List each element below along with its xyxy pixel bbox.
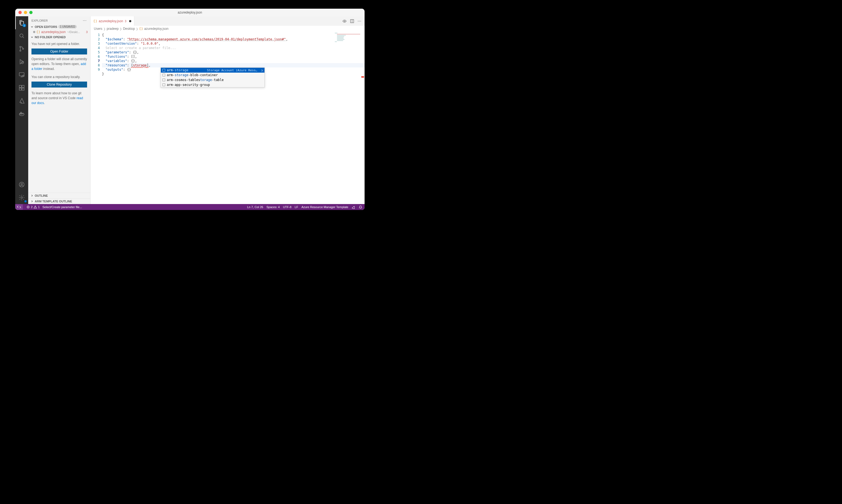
json-file-icon [139,27,143,31]
suggest-widget[interactable]: arm-storage Storage Account (Azure Resou… [160,68,265,88]
svg-rect-14 [21,112,21,113]
svg-rect-8 [19,88,21,90]
chevron-right-icon: ❯ [136,28,138,30]
sidebar-title-row: EXPLORER ⋯ [28,16,90,24]
more-icon[interactable]: ⋯ [358,19,361,23]
svg-rect-7 [19,85,21,88]
breadcrumb-item[interactable]: azuredeploy.json [144,27,169,31]
settings-update-badge [24,200,27,202]
dirty-indicator-icon [129,20,131,22]
suggest-item[interactable]: arm-storage-blob-container [161,73,264,77]
svg-rect-12 [21,113,21,114]
no-folder-header[interactable]: NO FOLDER OPENED [28,34,90,40]
eol-status[interactable]: LF [295,205,298,209]
suggest-desc: Storage Account (Azure Resource Manager … [207,69,258,72]
editor-actions: ⋯ [339,19,365,23]
split-editor-icon[interactable] [350,19,354,23]
svg-point-18 [344,21,345,22]
cursor-position[interactable]: Ln 7, Col 26 [247,205,263,209]
open-editors-label: OPEN EDITORS [35,25,57,29]
open-editors-header[interactable]: OPEN EDITORS 1 UNSAVED [28,24,90,30]
svg-point-3 [22,48,24,50]
open-editor-problems: 3 [86,30,88,34]
chevron-right-icon: ❯ [120,28,122,30]
outline-header[interactable]: OUTLINE [28,193,90,198]
tab-azuredeploy[interactable]: azuredeploy.json 3 [91,16,134,26]
snippet-icon [162,74,165,76]
svg-point-16 [21,183,22,185]
maximize-icon[interactable] [29,11,33,14]
minimap[interactable] [335,33,361,52]
run-debug-icon[interactable] [15,55,28,68]
tab-bar: azuredeploy.json 3 ⋯ [91,16,365,26]
explorer-badge: 1 [22,24,26,27]
source-control-icon[interactable] [15,42,28,55]
code-content[interactable]: { "$schema": "https://schema.management.… [102,32,365,204]
open-editor-path: ~/Deskt... [67,30,80,34]
activity-bar: 1 [15,16,28,204]
snippet-icon [162,78,165,81]
breadcrumb-item[interactable]: Desktop [123,27,135,31]
suggest-item[interactable]: arm-app-security-group [161,83,264,87]
explorer-icon[interactable]: 1 [15,16,28,29]
azure-icon[interactable] [15,94,28,107]
arm-outline-header[interactable]: ARM TEMPLATE OUTLINE [28,198,90,204]
traffic-lights [18,11,33,14]
clone-repository-button[interactable]: Clone Repository [32,82,87,88]
search-icon[interactable] [15,29,28,42]
breadcrumb[interactable]: Users❯ pradeep❯ Desktop❯ azuredeploy.jso… [91,26,365,32]
open-folder-button[interactable]: Open Folder [32,49,87,54]
remote-explorer-icon[interactable] [15,68,28,81]
breadcrumb-item[interactable]: Users [94,27,102,31]
svg-rect-9 [22,88,24,90]
svg-point-2 [20,50,21,52]
chevron-right-icon [30,194,34,197]
feedback-icon[interactable] [351,205,355,209]
parameter-file-status[interactable]: Select/Create parameter file... [42,205,82,209]
chevron-right-icon: ❯ [103,28,105,30]
no-folder-label: NO FOLDER OPENED [35,36,66,39]
suggest-item[interactable]: arm-cosmos-tablestorage-table [161,77,264,83]
indentation-status[interactable]: Spaces: 4 [267,205,280,209]
tab-problems: 3 [125,19,126,23]
extensions-icon[interactable] [15,81,28,94]
close-icon[interactable] [18,11,22,14]
language-mode[interactable]: Azure Resource Manager Template [302,205,348,209]
minimize-icon[interactable] [24,11,27,14]
open-editor-item[interactable]: azuredeploy.json ~/Deskt... 3 [28,30,90,34]
dirty-indicator-icon [33,31,35,33]
svg-point-17 [21,197,22,198]
window-title: azuredeploy.json [178,11,202,14]
suggest-item[interactable]: arm-storage Storage Account (Azure Resou… [161,68,264,73]
sidebar: EXPLORER ⋯ OPEN EDITORS 1 UNSAVED azured… [28,16,91,204]
code-editor[interactable]: 123456789 { "$schema": "https://schema.m… [91,32,365,204]
vscode-window: azuredeploy.json 1 [15,9,365,210]
outline-label: OUTLINE [35,194,48,197]
json-file-icon [36,30,40,34]
preview-icon[interactable] [342,19,347,23]
svg-rect-10 [22,85,24,88]
statusbar: 2 1 Select/Create parameter file... Ln 7… [15,204,365,210]
chevron-right-icon [30,200,34,203]
snippet-icon [162,69,165,72]
tab-filename: azuredeploy.json [99,19,123,23]
svg-rect-5 [19,73,24,76]
svg-rect-11 [19,113,20,114]
breadcrumb-item[interactable]: pradeep [107,27,119,31]
docker-icon[interactable] [15,107,28,120]
docs-text: To learn more about how to use git and s… [32,91,87,105]
clone-text: You can clone a repository locally. [32,74,87,79]
sidebar-more-icon[interactable]: ⋯ [83,18,87,23]
unsaved-badge: 1 UNSAVED [58,25,77,29]
notifications-icon[interactable] [359,205,362,209]
overview-ruler[interactable] [361,32,365,204]
accounts-icon[interactable] [15,178,28,191]
remote-indicator-icon[interactable] [15,204,23,210]
chevron-right-icon[interactable]: ❯ [261,69,263,72]
svg-point-1 [20,46,21,48]
encoding-status[interactable]: UTF-8 [283,205,291,209]
settings-icon[interactable] [15,191,28,204]
json-file-icon [93,19,97,23]
snippet-icon [162,84,165,86]
problems-status[interactable]: 2 1 [27,205,40,209]
